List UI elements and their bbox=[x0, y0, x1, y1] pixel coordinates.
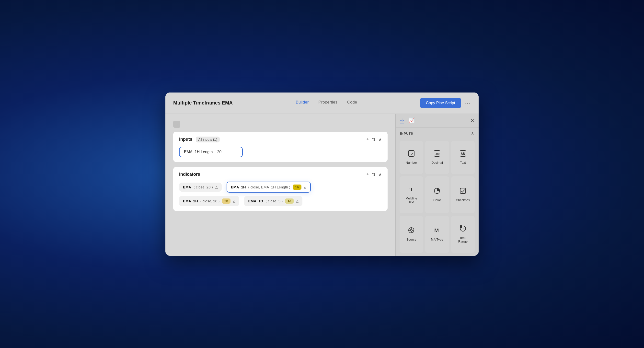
svg-text:T: T bbox=[410, 186, 413, 192]
indicator-ema-1d-triangle-icon: △ bbox=[296, 199, 298, 203]
header-actions: Copy Pine Script ⋯ bbox=[420, 98, 471, 108]
tab-code[interactable]: Code bbox=[347, 100, 357, 106]
inputs-badge[interactable]: All inputs (1) bbox=[196, 136, 220, 142]
color-icon bbox=[434, 188, 440, 196]
right-panel-header: ⊹ 📈 ✕ bbox=[396, 114, 478, 128]
indicator-ema-1h-triangle-icon: △ bbox=[304, 185, 306, 189]
multiline-text-icon: T bbox=[408, 186, 415, 194]
input-type-source[interactable]: Source bbox=[400, 216, 423, 253]
panel-toggle-button[interactable]: › bbox=[173, 121, 180, 128]
indicators-section-header: Indicators + ⇅ ∧ bbox=[179, 172, 382, 177]
indicators-grid: EMA ( close, 20 ) △ EMA_1H ( close, EMA_… bbox=[179, 182, 382, 206]
text-icon: AB bbox=[460, 150, 466, 158]
right-panel-icons: ⊹ 📈 bbox=[400, 117, 415, 124]
multiline-text-label: MultilineText bbox=[406, 196, 417, 204]
input-type-checkbox[interactable]: Checkbox bbox=[451, 176, 475, 214]
inputs-type-grid: 12 Number .00 Decimal bbox=[396, 138, 478, 256]
indicator-ema-1h-params: ( close, EMA_1H Length ) bbox=[248, 185, 290, 189]
indicator-ema-name: EMA bbox=[183, 185, 191, 189]
input-type-color[interactable]: Color bbox=[425, 176, 449, 214]
number-label: Number bbox=[406, 161, 417, 164]
indicator-ema-1h-name: EMA_1H bbox=[231, 185, 246, 189]
checkbox-icon bbox=[460, 188, 466, 196]
chart-icon[interactable]: 📈 bbox=[408, 117, 415, 124]
indicator-row-1: EMA_2H ( close, 20 ) 2h △ EMA_1D ( close… bbox=[179, 196, 382, 206]
app-title: Multiple Timeframes EMA bbox=[173, 100, 233, 106]
timeframe-badge-1h: 1h bbox=[293, 184, 301, 190]
right-panel-section-title: INPUTS ∧ bbox=[396, 128, 478, 138]
inputs-sort-button[interactable]: ⇅ bbox=[372, 137, 376, 142]
svg-text:AB: AB bbox=[461, 152, 465, 156]
input-type-decimal[interactable]: .00 Decimal bbox=[425, 141, 449, 174]
time-range-icon bbox=[460, 225, 466, 234]
indicator-ema-1d-params: ( close, 5 ) bbox=[266, 199, 282, 203]
timeframe-badge-2h: 2h bbox=[222, 198, 230, 204]
inputs-actions: + ⇅ ∧ bbox=[366, 137, 382, 142]
indicators-collapse-button[interactable]: ∧ bbox=[378, 172, 382, 177]
input-ema-length[interactable]: EMA_1H Length 20 bbox=[179, 147, 243, 157]
decimal-icon: .00 bbox=[434, 150, 440, 158]
indicator-ema-triangle-icon: △ bbox=[215, 185, 218, 189]
indicator-ema-2h-triangle-icon: △ bbox=[233, 199, 236, 203]
svg-point-10 bbox=[410, 229, 412, 231]
inputs-add-button[interactable]: + bbox=[366, 137, 369, 142]
indicator-ema-2h-name: EMA_2H bbox=[183, 199, 198, 203]
svg-text:M: M bbox=[434, 227, 439, 234]
input-label: EMA_1H Length bbox=[184, 150, 213, 154]
source-label: Source bbox=[406, 238, 416, 241]
copy-pine-script-button[interactable]: Copy Pine Script bbox=[420, 98, 461, 108]
time-range-label: TimeRange bbox=[458, 236, 468, 243]
indicators-actions: + ⇅ ∧ bbox=[366, 172, 382, 177]
main-panel: Multiple Timeframes EMA Builder Properti… bbox=[166, 92, 478, 256]
tab-bar: Builder Properties Code bbox=[233, 100, 420, 106]
header: Multiple Timeframes EMA Builder Properti… bbox=[166, 92, 478, 114]
ma-type-icon: M bbox=[434, 227, 440, 235]
input-type-time-range[interactable]: TimeRange bbox=[451, 216, 475, 253]
svg-text:12: 12 bbox=[409, 152, 413, 156]
indicator-ema-1d[interactable]: EMA_1D ( close, 5 ) 1d △ bbox=[244, 196, 302, 206]
more-options-button[interactable]: ⋯ bbox=[465, 100, 471, 106]
left-panel: › Inputs All inputs (1) + ⇅ ∧ EMA_1H Len… bbox=[166, 114, 396, 256]
indicators-section: Indicators + ⇅ ∧ EMA ( close, 20 ) △ bbox=[173, 167, 388, 211]
inputs-title: Inputs bbox=[179, 137, 192, 142]
indicator-ema[interactable]: EMA ( close, 20 ) △ bbox=[179, 182, 222, 192]
indicators-title: Indicators bbox=[179, 172, 200, 177]
input-value: 20 bbox=[217, 150, 222, 154]
text-label: Text bbox=[460, 161, 466, 164]
body: › Inputs All inputs (1) + ⇅ ∧ EMA_1H Len… bbox=[166, 114, 478, 256]
color-label: Color bbox=[433, 198, 441, 202]
indicator-ema-1d-name: EMA_1D bbox=[248, 199, 263, 203]
right-panel-collapse-icon[interactable]: ∧ bbox=[471, 131, 474, 136]
inputs-section-header: Inputs All inputs (1) + ⇅ ∧ bbox=[179, 136, 382, 142]
source-icon bbox=[408, 227, 415, 235]
indicator-ema-2h[interactable]: EMA_2H ( close, 20 ) 2h △ bbox=[179, 196, 239, 206]
indicators-sort-button[interactable]: ⇅ bbox=[372, 172, 376, 177]
indicator-ema-params: ( close, 20 ) bbox=[194, 185, 213, 189]
timeframe-badge-1d: 1d bbox=[285, 198, 294, 204]
ma-type-label: MA Type bbox=[431, 238, 443, 241]
grid-icon[interactable]: ⊹ bbox=[400, 117, 404, 124]
checkbox-label: Checkbox bbox=[456, 198, 470, 202]
indicators-add-button[interactable]: + bbox=[366, 172, 369, 177]
close-panel-icon[interactable]: ✕ bbox=[470, 118, 474, 123]
tab-properties[interactable]: Properties bbox=[318, 100, 337, 106]
input-type-multiline-text[interactable]: T MultilineText bbox=[400, 176, 423, 214]
tab-builder[interactable]: Builder bbox=[296, 100, 308, 106]
indicator-row-0: EMA ( close, 20 ) △ EMA_1H ( close, EMA_… bbox=[179, 182, 382, 192]
input-type-text[interactable]: AB Text bbox=[451, 141, 475, 174]
input-type-ma-type[interactable]: M MA Type bbox=[425, 216, 449, 253]
decimal-label: Decimal bbox=[431, 161, 443, 164]
inputs-section: Inputs All inputs (1) + ⇅ ∧ EMA_1H Lengt… bbox=[173, 132, 388, 162]
svg-text:.00: .00 bbox=[434, 152, 440, 156]
indicator-ema-2h-params: ( close, 20 ) bbox=[200, 199, 220, 203]
number-icon: 12 bbox=[408, 150, 415, 158]
svg-rect-8 bbox=[460, 188, 466, 194]
inputs-collapse-button[interactable]: ∧ bbox=[378, 137, 382, 142]
right-panel: ⊹ 📈 ✕ INPUTS ∧ 12 Num bbox=[396, 114, 478, 256]
svg-rect-17 bbox=[460, 226, 462, 228]
indicator-ema-1h[interactable]: EMA_1H ( close, EMA_1H Length ) 1h △ bbox=[226, 182, 311, 192]
input-type-number[interactable]: 12 Number bbox=[400, 141, 423, 174]
